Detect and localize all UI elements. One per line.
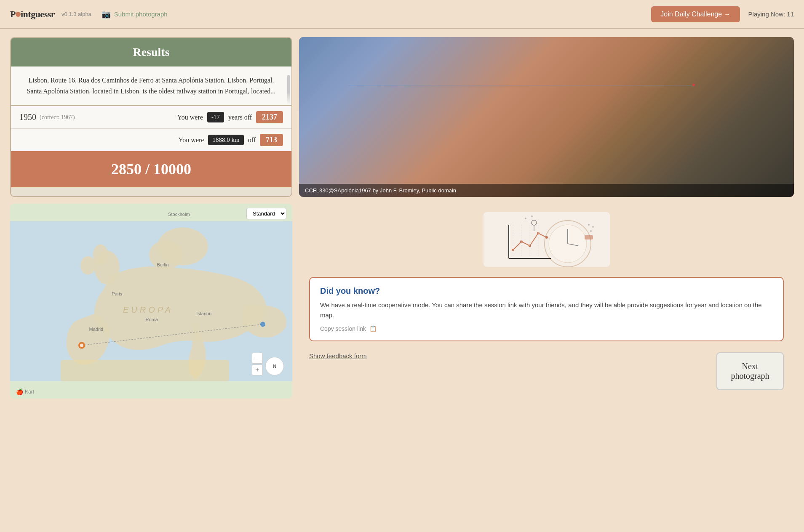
map-zoom-out-button[interactable]: + xyxy=(252,364,263,375)
did-you-know-title: Did you know? xyxy=(320,286,773,296)
map-label-europa: EUROPA xyxy=(123,305,173,315)
year-off-badge: -17 xyxy=(207,112,224,122)
map-style-dropdown[interactable]: Standard Satellite Terrain xyxy=(246,208,286,219)
photo-dot xyxy=(692,84,695,86)
info-panel: Did you know? We have a real-time cooper… xyxy=(299,204,794,399)
svg-point-31 xyxy=(590,230,592,232)
svg-point-5 xyxy=(80,256,96,275)
year-row: 1950 (correct: 1967) You were -17 years … xyxy=(11,105,291,128)
distance-row: You were 1888.0 km off 713 xyxy=(11,128,291,151)
logo: Pintguessr xyxy=(10,9,55,20)
year-guess: 1950 xyxy=(19,112,36,122)
map-label-stockholm: Stockholm xyxy=(168,212,190,217)
map-credit-label: Kart xyxy=(25,389,34,395)
distance-suffix: off xyxy=(248,136,256,144)
map-label-madrid: Madrid xyxy=(89,327,104,332)
svg-point-22 xyxy=(545,236,548,239)
map-compass: N xyxy=(265,357,284,375)
map-panel: EUROPA Stockholm Berlin Paris Madrid Rom… xyxy=(10,204,292,399)
results-header: Results xyxy=(11,38,291,66)
svg-point-30 xyxy=(592,226,594,228)
copy-icon: 📋 xyxy=(369,325,377,332)
year-score-badge: 2137 xyxy=(256,111,283,123)
logo-dot xyxy=(16,12,21,17)
results-title: Results xyxy=(133,45,169,59)
map-svg xyxy=(10,204,292,399)
map-background: EUROPA Stockholm Berlin Paris Madrid Rom… xyxy=(10,204,292,399)
header-right: Join Daily Challenge → Playing Now: 11 xyxy=(651,6,794,22)
illustration-svg xyxy=(483,212,610,267)
version-badge: v0.1.3 alpha xyxy=(61,11,91,17)
total-score: 2850 / 10000 xyxy=(11,151,291,187)
show-feedback-link[interactable]: Show feedback form xyxy=(309,352,367,359)
next-photograph-button[interactable]: Next photograph xyxy=(716,352,784,390)
year-off-label: You were xyxy=(177,114,203,121)
did-you-know-text: We have a real-time cooperative mode. Yo… xyxy=(320,300,773,320)
photo-line xyxy=(349,85,695,85)
bottom-left: Show feedback form xyxy=(309,352,708,360)
did-you-know-card: Did you know? We have a real-time cooper… xyxy=(309,277,784,341)
illustration-area xyxy=(309,212,784,267)
svg-point-9 xyxy=(80,344,83,347)
results-description: Lisbon, Route 16, Rua dos Caminhos de Fe… xyxy=(11,66,291,105)
distance-badge: 1888.0 km xyxy=(208,135,243,145)
map-credit: 🍎 Kart xyxy=(16,388,34,395)
photo-gradient: CCFL330@SApolónia1967 by John F. Bromley… xyxy=(299,37,794,197)
distance-label: You were xyxy=(178,136,204,144)
svg-point-33 xyxy=(531,215,533,217)
total-score-value: 2850 / 10000 xyxy=(111,161,191,178)
map-label-istanbul: Istanbul xyxy=(196,311,213,316)
scrollbar[interactable] xyxy=(287,75,290,105)
map-credit-icon: 🍎 xyxy=(16,388,23,395)
svg-point-32 xyxy=(525,218,526,219)
main-content: Results Lisbon, Route 16, Rua dos Caminh… xyxy=(0,29,804,407)
svg-rect-34 xyxy=(585,235,593,239)
map-zoom-in-button[interactable]: − xyxy=(252,353,263,364)
svg-point-10 xyxy=(260,322,265,327)
distance-score-badge: 713 xyxy=(260,134,283,146)
submit-photo-label: Submit photograph xyxy=(114,11,168,18)
map-zoom-controls: − + xyxy=(252,353,263,375)
map-label-roma: Roma xyxy=(146,317,158,322)
copy-session-link[interactable]: Copy session link 📋 xyxy=(320,325,773,332)
year-off-suffix: years off xyxy=(228,114,252,121)
map-label-berlin: Berlin xyxy=(157,262,168,267)
submit-photo-link[interactable]: 📷 Submit photograph xyxy=(102,10,168,19)
photo-panel: CCFL330@SApolónia1967 by John F. Bromley… xyxy=(299,37,794,197)
year-correct: (correct: 1967) xyxy=(40,114,75,121)
svg-rect-6 xyxy=(61,360,229,381)
header: Pintguessr v0.1.3 alpha 📷 Submit photogr… xyxy=(0,0,804,29)
bottom-row: Show feedback form Next photograph xyxy=(309,352,784,390)
year-result: You were -17 years off 2137 xyxy=(177,111,283,123)
copy-session-label: Copy session link xyxy=(320,325,366,332)
join-challenge-button[interactable]: Join Daily Challenge → xyxy=(651,6,740,22)
map-label-paris: Paris xyxy=(112,291,122,296)
playing-now-label: Playing Now: 11 xyxy=(748,11,794,18)
camera-icon: 📷 xyxy=(102,10,111,19)
results-panel: Results Lisbon, Route 16, Rua dos Caminh… xyxy=(10,37,292,197)
svg-point-29 xyxy=(588,224,590,226)
results-description-text: Lisbon, Route 16, Rua dos Caminhos de Fe… xyxy=(27,77,276,95)
next-photo-line2: photograph xyxy=(731,371,769,380)
svg-point-4 xyxy=(93,245,108,266)
logo-area: Pintguessr v0.1.3 alpha xyxy=(10,9,91,20)
next-photo-line1: Next xyxy=(742,362,759,371)
photo-credit: CCFL330@SApolónia1967 by John F. Bromley… xyxy=(299,184,794,197)
